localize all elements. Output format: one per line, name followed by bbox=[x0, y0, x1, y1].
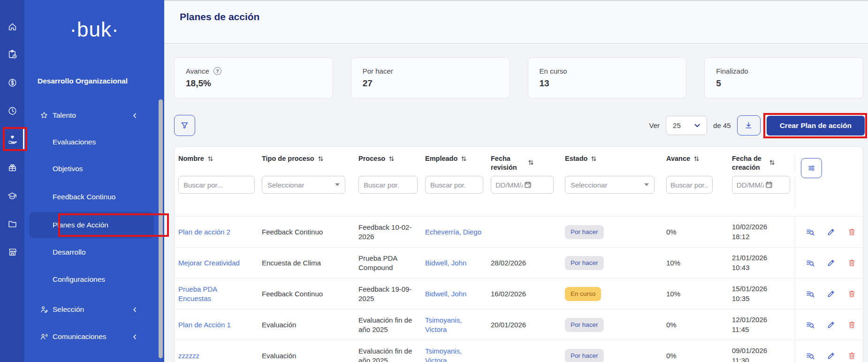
sidebar-item-desarrollo[interactable]: Desarrollo bbox=[53, 245, 86, 259]
filter-estado-select[interactable]: Seleccionar bbox=[565, 176, 655, 194]
process-cell: Feedback 19-09-2025 bbox=[355, 280, 421, 308]
per-page-select[interactable]: 25 bbox=[666, 116, 707, 135]
calendar-icon[interactable] bbox=[765, 181, 773, 189]
sort-icon[interactable] bbox=[318, 155, 324, 162]
create-plan-button[interactable]: Crear Plan de acción bbox=[767, 116, 865, 136]
filter-empleado-input[interactable] bbox=[425, 176, 483, 194]
main-content: Planes de acción Avance ? 18,5% Por hace… bbox=[164, 0, 868, 362]
column-header-tipo-de-proceso[interactable]: Tipo de proceso bbox=[258, 154, 355, 172]
delete-button[interactable] bbox=[847, 351, 856, 360]
folder-icon[interactable] bbox=[0, 214, 24, 233]
stats-row: Avance ? 18,5% Por hacer 27 En curso 13 … bbox=[174, 57, 863, 98]
column-header-proceso[interactable]: Proceso bbox=[355, 154, 421, 172]
caret-down-icon bbox=[644, 183, 649, 186]
sort-icon[interactable] bbox=[769, 159, 775, 166]
date-input[interactable] bbox=[737, 181, 764, 189]
filter-fecha-creacion-date[interactable] bbox=[732, 176, 790, 194]
edit-button[interactable] bbox=[827, 258, 836, 267]
status-badge: Por hacer bbox=[565, 349, 604, 362]
edit-button[interactable] bbox=[827, 351, 836, 360]
filter-avance-input[interactable] bbox=[666, 176, 713, 194]
plan-name-link[interactable]: Prueba PDA Encuestas bbox=[178, 285, 217, 302]
edit-button[interactable] bbox=[827, 227, 836, 236]
column-header-empleado[interactable]: Empleado bbox=[421, 154, 487, 172]
sidebar-item-evaluaciones[interactable]: Evaluaciones bbox=[53, 135, 96, 149]
table-filter-row: Seleccionar Seleccionar bbox=[175, 172, 863, 216]
sidebar-scrollbar-thumb[interactable] bbox=[159, 99, 163, 358]
status-badge: Por hacer bbox=[565, 225, 604, 239]
plan-name-link[interactable]: Plan de acción 2 bbox=[178, 228, 230, 236]
progress-cell: 10% bbox=[662, 254, 728, 272]
clock-icon[interactable] bbox=[0, 101, 24, 120]
employee-link[interactable]: Bidwell, John bbox=[425, 259, 466, 267]
view-details-button[interactable] bbox=[806, 227, 815, 237]
sort-icon[interactable] bbox=[207, 155, 213, 162]
delete-button[interactable] bbox=[847, 258, 856, 267]
view-details-button[interactable] bbox=[806, 351, 815, 361]
column-header-nombre[interactable]: Nombre bbox=[175, 154, 258, 172]
employee-link[interactable]: Bidwell, John bbox=[425, 290, 466, 298]
column-header-estado[interactable]: Estado bbox=[561, 154, 662, 172]
date-input[interactable] bbox=[495, 181, 523, 189]
sort-icon[interactable] bbox=[388, 155, 395, 162]
sidebar-item-configuraciones[interactable]: Configuraciones bbox=[53, 272, 105, 287]
storefront-icon[interactable] bbox=[0, 242, 24, 261]
process-cell: Evaluación fin de año 2025 bbox=[355, 342, 421, 362]
download-button[interactable] bbox=[737, 115, 761, 136]
sidebar: ·buk· Desarrollo Organizacional Talento … bbox=[24, 0, 164, 362]
sort-icon[interactable] bbox=[693, 155, 700, 162]
filter-nombre-input[interactable] bbox=[178, 176, 255, 194]
stat-card-en-curso: En curso 13 bbox=[528, 57, 687, 98]
sidebar-item-planes-de-accion[interactable]: Planes de Acción bbox=[53, 218, 108, 232]
hand-heart-icon[interactable] bbox=[0, 130, 24, 149]
column-header-fecha-creacion[interactable]: Fecha de creación bbox=[728, 154, 795, 172]
stat-label: Finalizado bbox=[716, 67, 748, 75]
column-settings-button[interactable] bbox=[801, 158, 822, 178]
calendar-icon[interactable] bbox=[524, 181, 532, 189]
review-date-cell: 28/02/2026 bbox=[487, 254, 561, 272]
clipboard-clock-icon[interactable] bbox=[0, 45, 24, 63]
sidebar-group-comunicaciones[interactable]: Comunicaciones bbox=[24, 329, 164, 344]
filter-tipo-proceso-select[interactable]: Seleccionar bbox=[262, 176, 345, 194]
view-details-button[interactable] bbox=[806, 289, 815, 299]
column-header-fecha-revision[interactable]: Fecha revisión bbox=[487, 154, 561, 172]
question-icon[interactable]: ? bbox=[213, 67, 221, 75]
employee-link[interactable]: Tsimoyanis, Victora bbox=[425, 347, 462, 362]
sidebar-item-feedback-continuo[interactable]: Feedback Continuo bbox=[53, 190, 115, 204]
edit-button[interactable] bbox=[827, 289, 836, 298]
plan-name-link[interactable]: Plan de Acción 1 bbox=[178, 321, 231, 329]
delete-button[interactable] bbox=[847, 320, 856, 329]
sidebar-group-seleccion[interactable]: Selección bbox=[24, 302, 164, 317]
view-details-button[interactable] bbox=[806, 320, 815, 330]
plan-name-link[interactable]: zzzzzz bbox=[178, 352, 199, 360]
edit-button[interactable] bbox=[827, 320, 836, 329]
filter-button[interactable] bbox=[174, 115, 195, 136]
home-icon[interactable] bbox=[0, 17, 24, 36]
view-details-button[interactable] bbox=[806, 258, 815, 268]
graduation-cap-icon[interactable] bbox=[0, 187, 24, 205]
employee-link[interactable]: Tsimoyanis, Victora bbox=[425, 316, 462, 333]
column-header-avance[interactable]: Avance bbox=[662, 154, 728, 172]
review-date-cell: 16/02/2026 bbox=[487, 285, 561, 303]
employee-link[interactable]: Echeverría, Diego bbox=[425, 228, 481, 236]
delete-button[interactable] bbox=[847, 289, 856, 298]
trash-icon bbox=[847, 227, 856, 236]
list-search-icon bbox=[806, 258, 815, 268]
sort-icon[interactable] bbox=[591, 155, 597, 162]
sidebar-item-objetivos[interactable]: Objetivos bbox=[53, 162, 83, 176]
money-icon[interactable] bbox=[0, 73, 24, 92]
gift-icon[interactable] bbox=[0, 158, 24, 177]
sidebar-section-title: Desarrollo Organizacional bbox=[38, 77, 128, 85]
filter-fecha-revision-date[interactable] bbox=[491, 176, 554, 194]
stat-card-finalizado: Finalizado 5 bbox=[704, 57, 863, 98]
sort-icon[interactable] bbox=[528, 159, 534, 166]
delete-button[interactable] bbox=[847, 227, 856, 236]
active-rail-indicator bbox=[23, 128, 24, 150]
stat-card-avance: Avance ? 18,5% bbox=[174, 57, 333, 98]
sort-icon[interactable] bbox=[461, 155, 467, 162]
list-search-icon bbox=[806, 289, 815, 299]
table-row: Prueba PDA Encuestas Feedback Continuo F… bbox=[175, 278, 863, 309]
filter-proceso-input[interactable] bbox=[358, 176, 418, 194]
sidebar-group-talento[interactable]: Talento bbox=[24, 108, 164, 123]
plan-name-link[interactable]: Mejorar Creatividad bbox=[178, 259, 240, 267]
